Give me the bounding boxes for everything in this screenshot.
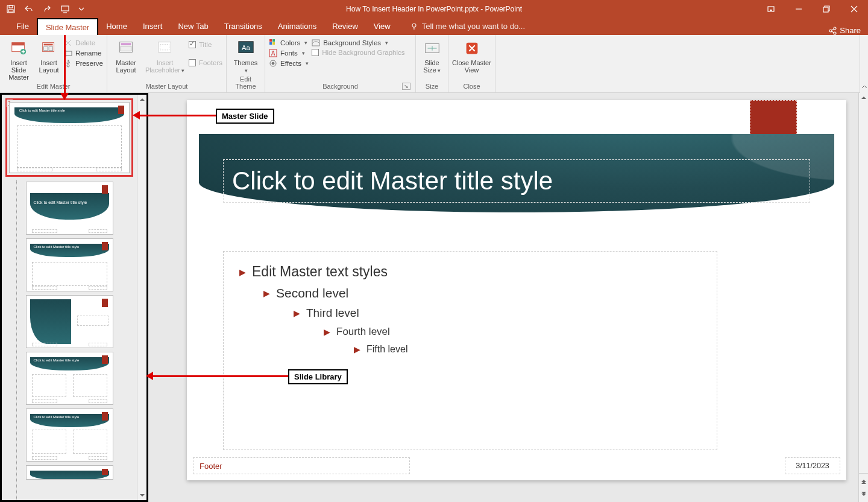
prev-slide-button[interactable] <box>859 474 868 488</box>
minimize-button[interactable] <box>785 0 813 18</box>
window-controls <box>757 0 868 18</box>
tab-file[interactable]: File <box>8 18 37 35</box>
group-label-background: Background↘ <box>269 83 412 91</box>
scroll-down-icon[interactable] <box>137 491 146 500</box>
bullet-icon: ▶ <box>354 345 360 354</box>
close-button[interactable] <box>840 0 868 18</box>
svg-rect-16 <box>49 46 53 51</box>
svg-rect-5 <box>823 7 828 12</box>
scroll-up-icon[interactable] <box>137 95 146 104</box>
layout-thumb-1[interactable]: Click to edit Master title style <box>26 182 113 235</box>
close-master-view-button[interactable]: Close Master View <box>452 37 491 74</box>
fonts-button[interactable]: AFonts▾ <box>269 49 309 57</box>
redo-icon[interactable] <box>42 4 52 14</box>
colors-button[interactable]: Colors▾ <box>269 39 309 47</box>
tab-review[interactable]: Review <box>324 18 366 35</box>
dialog-launcher-icon[interactable]: ↘ <box>402 83 410 90</box>
master-layout-button[interactable]: Master Layout <box>111 37 141 74</box>
insert-placeholder-label: Insert Placeholder▾ <box>143 59 186 74</box>
effects-button[interactable]: Effects▾ <box>269 59 309 68</box>
lightbulb-icon <box>410 22 418 31</box>
layout-thumb-6[interactable] <box>26 465 113 480</box>
quick-access-toolbar <box>0 4 84 14</box>
themes-button[interactable]: Aa Themes▾ <box>230 37 261 74</box>
tab-new-tab[interactable]: New Tab <box>170 18 216 35</box>
fonts-label: Fonts <box>280 49 298 57</box>
svg-rect-1 <box>9 5 13 8</box>
svg-rect-3 <box>61 6 69 11</box>
layout-thumb-3[interactable] <box>26 295 113 348</box>
next-slide-button[interactable] <box>859 488 868 503</box>
svg-text:Aa: Aa <box>242 44 251 51</box>
title-chk-label: Title <box>199 41 212 48</box>
footer-placeholder[interactable]: Footer <box>193 457 410 474</box>
insert-layout-button[interactable]: Insert Layout <box>36 37 61 74</box>
group-edit-theme: Aa Themes▾ Edit Theme <box>227 35 265 92</box>
preserve-button[interactable]: Preserve <box>64 59 103 68</box>
group-master-layout: Master Layout Insert Placeholder▾ Title … <box>107 35 227 92</box>
share-button[interactable]: Share <box>828 26 861 35</box>
insert-layout-label: Insert Layout <box>36 59 61 74</box>
rename-button[interactable]: Rename <box>64 49 103 57</box>
rename-label: Rename <box>75 49 101 57</box>
svg-rect-2 <box>8 10 13 12</box>
restore-button[interactable] <box>813 0 840 18</box>
ribbon-tabs: File Slide Master Home Insert New Tab Tr… <box>0 18 868 35</box>
insert-layout-icon <box>39 39 58 58</box>
start-from-beginning-icon[interactable] <box>60 4 70 14</box>
slide-canvas[interactable]: ‹#› Click to edit Master title style ▶Ed… <box>187 100 846 480</box>
collapse-ribbon-button[interactable] <box>860 35 868 93</box>
slide-master-icon <box>9 39 28 58</box>
svg-rect-14 <box>44 44 53 46</box>
bullet-icon: ▶ <box>263 288 270 298</box>
tell-me-search[interactable]: Tell me what you want to do... <box>402 18 533 35</box>
tab-view[interactable]: View <box>366 18 398 35</box>
slide-size-button[interactable]: Slide Size▾ <box>420 37 444 74</box>
save-icon[interactable] <box>6 4 16 14</box>
background-styles-label: Background Styles <box>323 39 381 46</box>
layout-thumb-5[interactable]: Click to edit Master title style <box>26 408 113 462</box>
bullet-icon: ▶ <box>294 308 300 318</box>
insert-placeholder-button: Insert Placeholder▾ <box>143 37 186 74</box>
background-styles-button[interactable]: Background Styles▾ <box>312 39 412 47</box>
date-text: 3/11/2023 <box>796 462 829 470</box>
tab-animations[interactable]: Animations <box>270 18 324 35</box>
close-icon <box>462 39 482 58</box>
tab-home[interactable]: Home <box>98 18 135 35</box>
undo-icon[interactable] <box>24 4 34 14</box>
thumbnail-list[interactable]: 1 Click to edit Master title style Click… <box>2 95 137 500</box>
svg-rect-15 <box>44 46 48 51</box>
master-title-text: Click to edit Master title style <box>232 167 553 195</box>
preserve-label: Preserve <box>75 60 103 67</box>
group-edit-master: Insert Slide Master Insert Layout Delete… <box>0 35 107 92</box>
annotation-arrow-library <box>152 375 288 377</box>
title-checkbox: Title <box>189 41 222 48</box>
date-placeholder[interactable]: 3/11/2023 <box>785 457 840 474</box>
thumbs-scrollbar[interactable] <box>137 95 146 500</box>
scroll-up-icon[interactable] <box>859 93 868 103</box>
layout-thumb-2[interactable]: Click to edit Master title style <box>26 238 113 291</box>
lvl2-text: Second level <box>276 286 348 300</box>
editor-scrollbar[interactable] <box>858 93 868 502</box>
footer-text: Footer <box>200 462 222 471</box>
tab-transitions[interactable]: Transitions <box>216 18 270 35</box>
footers-chk-label: Footers <box>199 59 222 66</box>
slide-editor: ‹#› Click to edit Master title style ▶Ed… <box>148 93 868 502</box>
titlebar: How To Insert Header In PowerPoint.pptx … <box>0 0 868 18</box>
tab-slide-master[interactable]: Slide Master <box>37 18 98 36</box>
group-label-edit-theme: Edit Theme <box>230 75 261 91</box>
insert-slide-master-button[interactable]: Insert Slide Master <box>4 37 34 81</box>
hide-bg-label: Hide Background Graphics <box>322 49 404 56</box>
svg-rect-34 <box>312 40 319 46</box>
master-layout-icon <box>116 39 136 58</box>
group-label-size: Size <box>420 83 444 91</box>
master-title-placeholder[interactable]: Click to edit Master title style <box>223 159 810 203</box>
ribbon-display-options-icon[interactable] <box>757 0 785 18</box>
slide-size-label: Slide Size▾ <box>420 59 444 74</box>
master-content-placeholder[interactable]: ▶Edit Master text styles ▶Second level ▶… <box>223 251 717 450</box>
tab-insert[interactable]: Insert <box>135 18 171 35</box>
layout-thumb-4[interactable]: Click to edit Master title style <box>26 352 113 405</box>
annotation-arrow-down <box>64 35 66 94</box>
qat-customize-icon[interactable] <box>78 4 84 14</box>
master-slide-thumb[interactable]: Click to edit Master title style <box>9 102 130 173</box>
